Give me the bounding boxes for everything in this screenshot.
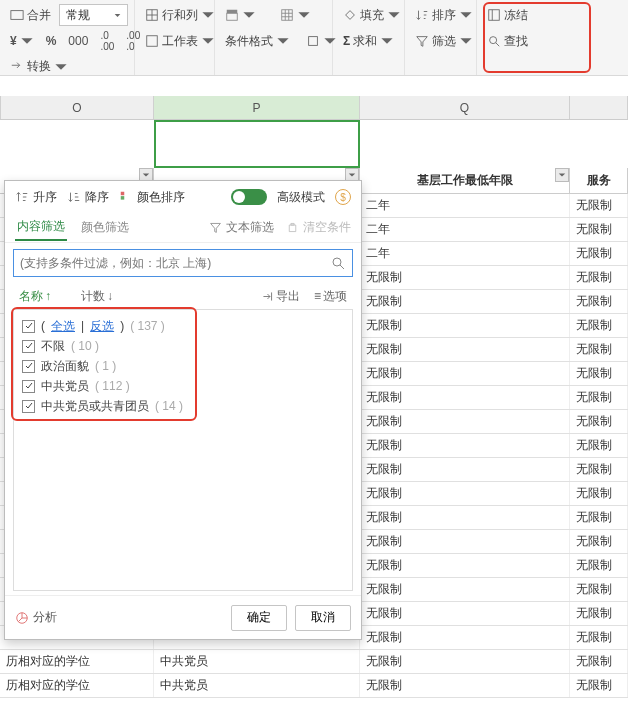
rows-cols-button[interactable]: 行和列 [141,5,219,26]
filter-button[interactable]: 筛选 [411,31,477,52]
clear-filter-button[interactable]: 清空条件 [286,219,351,236]
cell[interactable]: 无限制 [360,338,570,361]
col-header-O[interactable]: O [0,96,154,119]
filter-search[interactable] [13,249,353,277]
advanced-toggle[interactable] [231,189,267,205]
options-button[interactable]: ≡选项 [314,288,347,305]
cell[interactable]: 无限制 [360,578,570,601]
checkbox-icon[interactable] [22,360,35,373]
cell[interactable]: 无限制 [570,242,628,265]
sort-desc-button[interactable]: 降序 [67,189,109,206]
cell[interactable]: 历相对应的学位 [0,674,154,697]
header-cell-Q[interactable]: 基层工作最低年限 [360,168,570,193]
cell[interactable]: 无限制 [570,218,628,241]
cell[interactable]: 无限制 [570,650,628,673]
table-row[interactable]: 历相对应的学位中共党员无限制无限制 [0,650,628,674]
cell[interactable]: 二年 [360,242,570,265]
list-item-all[interactable]: (全选|反选) ( 137 ) [22,316,344,336]
cell[interactable]: 无限制 [570,266,628,289]
text-filter-button[interactable]: 文本筛选 [209,219,274,236]
cell[interactable]: 无限制 [570,554,628,577]
cell[interactable]: 无限制 [360,602,570,625]
sum-button[interactable]: Σ求和 [339,31,398,52]
cell[interactable]: 无限制 [360,410,570,433]
cell[interactable]: 历相对应的学位 [0,650,154,673]
checkbox-icon[interactable] [22,340,35,353]
sort-button[interactable]: 排序 [411,5,477,26]
checkbox-icon[interactable] [22,320,35,333]
currency-button[interactable]: ¥ [6,32,38,50]
header-cell-R[interactable]: 服务 [570,168,628,193]
cell[interactable]: 无限制 [360,434,570,457]
cell[interactable]: 无限制 [570,338,628,361]
list-col-count[interactable]: 计数↓ [81,288,113,305]
cell[interactable]: 无限制 [570,458,628,481]
cell[interactable]: 二年 [360,218,570,241]
cell[interactable]: 无限制 [360,290,570,313]
filter-search-input[interactable] [20,256,330,270]
list-item[interactable]: 政治面貌( 1 ) [22,356,344,376]
analysis-button[interactable]: 分析 [15,609,57,626]
checkbox-icon[interactable] [22,380,35,393]
percent-button[interactable]: % [42,32,61,50]
selected-cell[interactable] [154,120,360,168]
tab-color-filter[interactable]: 颜色筛选 [79,215,131,240]
dec-inc-button[interactable]: .0.00 [96,28,118,54]
cell[interactable]: 无限制 [360,506,570,529]
grid-style-button[interactable] [276,6,315,24]
merge-button[interactable]: 合并 [6,5,55,26]
cell[interactable]: 无限制 [570,290,628,313]
cell[interactable]: 无限制 [570,482,628,505]
col-header-P[interactable]: P [154,96,360,119]
cell[interactable]: 无限制 [570,674,628,697]
freeze-button[interactable]: 冻结 [483,5,532,26]
cell[interactable]: 无限制 [570,602,628,625]
cell[interactable]: 无限制 [570,434,628,457]
color-sort-button[interactable]: 颜色排序 [119,189,185,206]
list-item[interactable]: 不限( 10 ) [22,336,344,356]
export-button[interactable]: 导出 [261,288,300,305]
table-style-button[interactable] [221,6,260,24]
col-header-R[interactable] [570,96,628,119]
cell[interactable]: 无限制 [360,554,570,577]
select-all-link[interactable]: 全选 [51,318,75,335]
cell[interactable]: 无限制 [360,386,570,409]
cell[interactable]: 无限制 [360,530,570,553]
tab-content-filter[interactable]: 内容筛选 [15,214,67,241]
cell[interactable]: 无限制 [570,194,628,217]
cell[interactable]: 无限制 [360,482,570,505]
type-convert-button[interactable]: 转换 [6,56,72,77]
cancel-button[interactable]: 取消 [295,605,351,631]
cell[interactable]: 无限制 [570,410,628,433]
cell[interactable]: 无限制 [570,530,628,553]
cell[interactable]: 无限制 [570,626,628,649]
ok-button[interactable]: 确定 [231,605,287,631]
fill-button[interactable]: 填充 [339,5,405,26]
cell[interactable]: 无限制 [360,314,570,337]
cell[interactable]: 无限制 [360,458,570,481]
list-item[interactable]: 中共党员或共青团员( 14 ) [22,396,344,416]
cell[interactable]: 无限制 [570,314,628,337]
find-button[interactable]: 查找 [483,31,532,52]
cell[interactable]: 无限制 [570,386,628,409]
number-format-select[interactable]: 常规 [59,4,128,26]
cell[interactable]: 中共党员 [154,674,360,697]
cell[interactable]: 无限制 [570,578,628,601]
cell[interactable]: 二年 [360,194,570,217]
cell[interactable]: 无限制 [360,266,570,289]
checkbox-icon[interactable] [22,400,35,413]
sheet-button[interactable]: 工作表 [141,31,219,52]
cell[interactable]: 无限制 [360,626,570,649]
cell[interactable]: 中共党员 [154,650,360,673]
cell[interactable]: 无限制 [360,674,570,697]
list-col-name[interactable]: 名称↑ [19,288,51,305]
cell[interactable]: 无限制 [360,650,570,673]
list-item[interactable]: 中共党员( 112 ) [22,376,344,396]
table-row[interactable]: 历相对应的学位中共党员无限制无限制 [0,674,628,698]
cell[interactable]: 无限制 [570,362,628,385]
comma-button[interactable]: 000 [64,32,92,50]
cond-format-button[interactable]: 条件格式 [221,31,294,52]
cell[interactable]: 无限制 [570,506,628,529]
invert-link[interactable]: 反选 [90,318,114,335]
sort-asc-button[interactable]: 升序 [15,189,57,206]
